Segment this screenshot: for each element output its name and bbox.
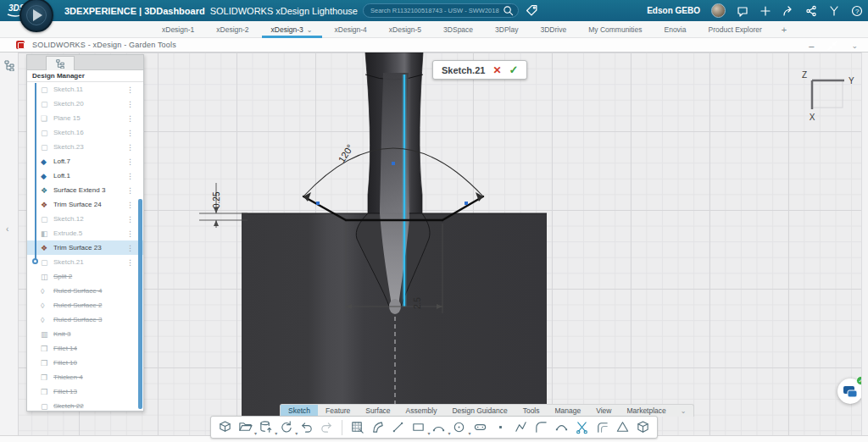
help-icon[interactable]: ? — [851, 5, 863, 17]
tree-item-fillet-10[interactable]: ❒Fillet 10 — [27, 356, 143, 370]
ribbon-tab-feature[interactable]: Feature — [318, 405, 358, 417]
item-menu-icon[interactable]: ⋮ — [126, 186, 134, 195]
swym-community-icon[interactable] — [828, 5, 840, 17]
axes-triad[interactable]: Z Y X — [802, 70, 854, 122]
save-tool-button[interactable]: ▾ — [257, 418, 275, 437]
collapse-panel-button[interactable]: ‹ — [6, 224, 8, 234]
tree-item-trim-surface-24[interactable]: ❖Trim Surface 24⋮ — [27, 197, 143, 212]
tree-item-surface-extend-3[interactable]: ❖Surface Extend 3⋮ — [27, 183, 143, 197]
ribbon-tab-view[interactable]: View — [588, 405, 619, 417]
fillet-tool-button[interactable] — [532, 418, 550, 437]
ribbon-tab-surface[interactable]: Surface — [358, 405, 398, 417]
share-network-icon[interactable] — [805, 5, 817, 17]
circle-tool-button[interactable]: ▾ — [450, 418, 468, 437]
item-menu-icon[interactable]: ⋮ — [126, 201, 134, 209]
tree-item-plane-15[interactable]: ❏Plane 15⋮ — [27, 111, 143, 125]
user-name[interactable]: Edson GEBO — [647, 6, 700, 15]
trim-entities-tool-button[interactable] — [573, 418, 591, 437]
search-icon[interactable] — [503, 5, 514, 16]
tree-item-ruled-surface-3[interactable]: ◊Ruled Surface 3 — [27, 312, 143, 327]
ribbon-overflow-chevron-icon[interactable]: ⌄ — [674, 405, 693, 417]
tree-scrollbar[interactable] — [138, 199, 142, 409]
rollback-bar-handle[interactable] — [32, 258, 38, 264]
point-tool-button[interactable] — [492, 418, 509, 437]
tab-enovia[interactable]: Enovia — [653, 21, 697, 38]
item-menu-icon[interactable]: ⋮ — [126, 143, 134, 152]
item-menu-icon[interactable]: ⋮ — [126, 172, 134, 180]
item-menu-icon[interactable]: ⋮ — [126, 86, 134, 94]
ribbon-tab-manage[interactable]: Manage — [548, 405, 589, 417]
angle-dimension-label[interactable]: 120° — [337, 142, 355, 164]
polygon-tool-button[interactable] — [614, 418, 632, 437]
rectangle-tool-button[interactable]: ▾ — [409, 418, 427, 437]
tree-item-sketch-22[interactable]: ▢Sketch 22 — [27, 399, 143, 411]
item-menu-icon[interactable]: ⋮ — [126, 129, 134, 137]
item-menu-icon[interactable]: ⋮ — [126, 229, 134, 238]
tree-item-sketch-23[interactable]: ▢Sketch.23⋮ — [27, 140, 143, 154]
tree-item-knit-3[interactable]: ▥Knit 3 — [27, 327, 143, 341]
item-menu-icon[interactable]: ⋮ — [126, 157, 134, 166]
ribbon-tab-marketplace[interactable]: Marketplace — [620, 405, 674, 417]
ribbon-tab-tools[interactable]: Tools — [515, 405, 548, 417]
offset-dimension[interactable]: 0.25 — [199, 183, 248, 228]
item-menu-icon[interactable]: ⋮ — [126, 258, 134, 267]
convert-entities-tool-button[interactable] — [369, 418, 387, 437]
tab-3dplay[interactable]: 3DPlay — [484, 21, 529, 38]
polyline-tool-button[interactable] — [512, 418, 530, 437]
tab-xdesign-4[interactable]: xDesign-4 — [324, 21, 378, 38]
viewport-scrollbar-gutter[interactable] — [861, 52, 868, 435]
tree-item-thicken-4[interactable]: ❐Thicken 4 — [27, 370, 143, 384]
import-tool-button[interactable] — [216, 418, 234, 437]
add-tab-button[interactable]: + — [773, 21, 795, 38]
add-content-icon[interactable] — [760, 5, 771, 17]
collaboration-chat-button[interactable]: ✓ — [837, 378, 863, 404]
item-menu-icon[interactable]: ⋮ — [126, 114, 134, 123]
resize-panel-icon[interactable] — [827, 41, 837, 51]
sync-tool-button[interactable]: ▾ — [277, 418, 295, 437]
tree-item-split-2[interactable]: ◫Split 2 — [27, 269, 143, 284]
tree-item-fillet-14[interactable]: ❒Fillet 14 — [27, 341, 143, 356]
ribbon-tab-design-guidance[interactable]: Design Guidance — [444, 405, 515, 417]
chevron-down-icon[interactable]: ⌄ — [851, 41, 858, 50]
tree-item-sketch-21[interactable]: ▢Sketch.21⋮ — [27, 255, 143, 269]
three-point-arc-tool-button[interactable] — [553, 418, 570, 437]
share-arrow-icon[interactable] — [782, 5, 794, 17]
tree-item-fillet-13[interactable]: ❒Fillet 13 — [27, 384, 143, 399]
line-tool-button[interactable] — [389, 418, 407, 437]
tree-item-sketch-11[interactable]: ▢Sketch.11⋮ — [27, 82, 143, 97]
sketch-grid-tool-button[interactable] — [348, 418, 366, 437]
tab-3dspace[interactable]: 3DSpace — [432, 21, 484, 38]
item-menu-icon[interactable]: ⋮ — [126, 244, 134, 252]
tree-item-trim-surface-23[interactable]: ❖Trim Surface 23⋮ — [27, 240, 143, 255]
tree-item-sketch-16[interactable]: ▢Sketch.16⋮ — [27, 125, 143, 140]
tree-item-sketch-20[interactable]: ▢Sketch.20⋮ — [27, 97, 143, 111]
open-tool-button[interactable]: ▾ — [236, 418, 254, 437]
orient-cube-tool-button[interactable] — [634, 418, 652, 437]
undo-button[interactable] — [298, 418, 315, 437]
design-manager-tab-icon[interactable] — [3, 59, 15, 75]
tab-3ddrive[interactable]: 3DDrive — [529, 21, 577, 38]
tab-xdesign-5[interactable]: xDesign-5 — [378, 21, 432, 38]
tab-xdesign-3[interactable]: xDesign-3⌄ — [260, 21, 324, 38]
ribbon-tab-assembly[interactable]: Assembly — [398, 405, 445, 417]
minimize-button[interactable]: – — [809, 41, 814, 50]
slot-tool-button[interactable] — [471, 418, 489, 437]
width-dimension-label[interactable]: 2.5 — [413, 297, 422, 309]
tree-item-extrude-5[interactable]: ◧Extrude.5⋮ — [27, 226, 143, 240]
ribbon-tab-sketch[interactable]: Sketch — [281, 405, 318, 417]
item-menu-icon[interactable]: ⋮ — [126, 215, 134, 224]
cancel-sketch-button[interactable]: ✕ — [492, 64, 501, 76]
tree-item-loft-7[interactable]: ◆Loft.7⋮ — [27, 154, 143, 169]
tab-xdesign-2[interactable]: xDesign-2 — [205, 21, 259, 38]
tab-xdesign-1[interactable]: xDesign-1 — [151, 21, 205, 38]
tree-item-ruled-surface-2[interactable]: ◊Ruled Surface 2 — [27, 298, 143, 312]
offset-entities-tool-button[interactable] — [593, 418, 611, 437]
tag-icon[interactable] — [526, 4, 538, 17]
tab-product-explorer[interactable]: Product Explorer — [697, 21, 772, 38]
tree-view-tab[interactable] — [46, 56, 75, 70]
tab-my-communities[interactable]: My Communities — [577, 21, 653, 38]
offset-dimension-label[interactable]: 0.25 — [212, 191, 221, 208]
global-search[interactable] — [363, 3, 519, 18]
item-menu-icon[interactable]: ⋮ — [126, 100, 134, 108]
messages-icon[interactable] — [737, 5, 748, 17]
